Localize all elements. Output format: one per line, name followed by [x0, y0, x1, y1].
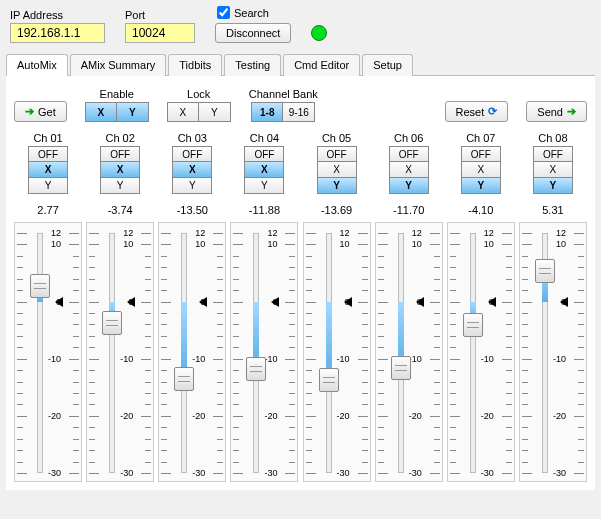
channel-mode-off[interactable]: OFF [172, 146, 212, 162]
zero-pointer-icon [344, 297, 352, 307]
channel-name: Ch 04 [250, 132, 279, 144]
enable-option-y[interactable]: Y [117, 102, 149, 122]
channel-6: Ch 06OFFXY-11.7012100-10-20-30 [375, 132, 443, 482]
fader-thumb[interactable] [102, 311, 122, 335]
ip-field-group: IP Address [10, 9, 105, 43]
lock-option-y[interactable]: Y [199, 102, 231, 122]
connection-bar: IP Address Port Search Disconnect [0, 0, 601, 49]
channel-mode-off[interactable]: OFF [533, 146, 573, 162]
channel-mode-y[interactable]: Y [172, 178, 212, 194]
channel-mode-x[interactable]: X [28, 162, 68, 178]
arrow-right-icon: ➔ [25, 105, 34, 118]
control-row: ➔ Get Enable XY Lock XY Channel Bank 1-8… [14, 84, 587, 132]
channel-mode-y[interactable]: Y [461, 178, 501, 194]
enable-label: Enable [100, 88, 134, 100]
channel-mode-off[interactable]: OFF [28, 146, 68, 162]
connection-status-indicator [311, 25, 327, 41]
enable-group: Enable XY [85, 88, 149, 122]
search-column: Search Disconnect [215, 6, 291, 43]
tab-tidbits[interactable]: Tidbits [168, 54, 222, 76]
fader-thumb[interactable] [391, 356, 411, 380]
port-field-group: Port [125, 9, 195, 43]
send-button[interactable]: Send ➔ [526, 101, 587, 122]
bank-option-916[interactable]: 9-16 [283, 102, 315, 122]
channel-3: Ch 03OFFXY-13.5012100-10-20-30 [158, 132, 226, 482]
fader-thumb[interactable] [319, 368, 339, 392]
port-input[interactable] [125, 23, 195, 43]
channel-bank-group: Channel Bank 1-89-16 [249, 88, 318, 122]
lock-label: Lock [187, 88, 210, 100]
fader[interactable]: 12100-10-20-30 [230, 222, 298, 482]
channel-value: 5.31 [542, 204, 563, 216]
channel-name: Ch 02 [106, 132, 135, 144]
automix-panel: ➔ Get Enable XY Lock XY Channel Bank 1-8… [6, 76, 595, 490]
bank-option-18[interactable]: 1-8 [251, 102, 283, 122]
channel-mode-y[interactable]: Y [28, 178, 68, 194]
zero-pointer-icon [416, 297, 424, 307]
disconnect-button[interactable]: Disconnect [215, 23, 291, 43]
channel-mode-buttons: OFFXY [317, 146, 357, 194]
channel-value: -13.50 [177, 204, 208, 216]
channel-name: Ch 05 [322, 132, 351, 144]
tab-automix[interactable]: AutoMix [6, 54, 68, 76]
refresh-icon: ⟳ [488, 105, 497, 118]
fader[interactable]: 12100-10-20-30 [519, 222, 587, 482]
channel-name: Ch 08 [538, 132, 567, 144]
channel-mode-x[interactable]: X [172, 162, 212, 178]
channel-value: -11.70 [393, 204, 424, 216]
ip-input[interactable] [10, 23, 105, 43]
enable-option-x[interactable]: X [85, 102, 117, 122]
channel-mode-x[interactable]: X [244, 162, 284, 178]
channel-name: Ch 07 [466, 132, 495, 144]
lock-option-x[interactable]: X [167, 102, 199, 122]
tab-testing[interactable]: Testing [224, 54, 281, 76]
tab-amix-summary[interactable]: AMix Summary [70, 54, 167, 76]
reset-button[interactable]: Reset ⟳ [445, 101, 509, 122]
fader[interactable]: 12100-10-20-30 [303, 222, 371, 482]
zero-pointer-icon [560, 297, 568, 307]
fader-thumb[interactable] [535, 259, 555, 283]
port-label: Port [125, 9, 195, 21]
channel-mode-x[interactable]: X [389, 162, 429, 178]
channel-value: 2.77 [37, 204, 58, 216]
zero-pointer-icon [55, 297, 63, 307]
channel-mode-buttons: OFFXY [533, 146, 573, 194]
fader[interactable]: 12100-10-20-30 [447, 222, 515, 482]
channel-7: Ch 07OFFXY-4.1012100-10-20-30 [447, 132, 515, 482]
tab-setup[interactable]: Setup [362, 54, 413, 76]
fader[interactable]: 12100-10-20-30 [158, 222, 226, 482]
get-button[interactable]: ➔ Get [14, 101, 67, 122]
channel-mode-buttons: OFFXY [172, 146, 212, 194]
channel-mode-y[interactable]: Y [100, 178, 140, 194]
tab-cmd-editor[interactable]: Cmd Editor [283, 54, 360, 76]
channel-mode-y[interactable]: Y [317, 178, 357, 194]
channel-mode-off[interactable]: OFF [100, 146, 140, 162]
channel-mode-buttons: OFFXY [244, 146, 284, 194]
channel-mode-y[interactable]: Y [533, 178, 573, 194]
channel-mode-off[interactable]: OFF [389, 146, 429, 162]
fader-thumb[interactable] [463, 313, 483, 337]
channel-mode-y[interactable]: Y [244, 178, 284, 194]
zero-pointer-icon [271, 297, 279, 307]
fader-thumb[interactable] [30, 274, 50, 298]
fader-thumb[interactable] [174, 367, 194, 391]
channel-4: Ch 04OFFXY-11.8812100-10-20-30 [230, 132, 298, 482]
fader-thumb[interactable] [246, 357, 266, 381]
channel-mode-x[interactable]: X [533, 162, 573, 178]
search-checkbox-row: Search [217, 6, 269, 19]
channel-mode-off[interactable]: OFF [317, 146, 357, 162]
fader[interactable]: 12100-10-20-30 [14, 222, 82, 482]
channel-value: -11.88 [249, 204, 280, 216]
channel-mode-x[interactable]: X [317, 162, 357, 178]
channel-mode-x[interactable]: X [100, 162, 140, 178]
channel-mode-buttons: OFFXY [389, 146, 429, 194]
channel-mode-x[interactable]: X [461, 162, 501, 178]
lock-group: Lock XY [167, 88, 231, 122]
fader[interactable]: 12100-10-20-30 [375, 222, 443, 482]
search-checkbox[interactable] [217, 6, 230, 19]
channel-mode-y[interactable]: Y [389, 178, 429, 194]
fader[interactable]: 12100-10-20-30 [86, 222, 154, 482]
channel-mode-off[interactable]: OFF [461, 146, 501, 162]
channel-name: Ch 03 [178, 132, 207, 144]
channel-mode-off[interactable]: OFF [244, 146, 284, 162]
